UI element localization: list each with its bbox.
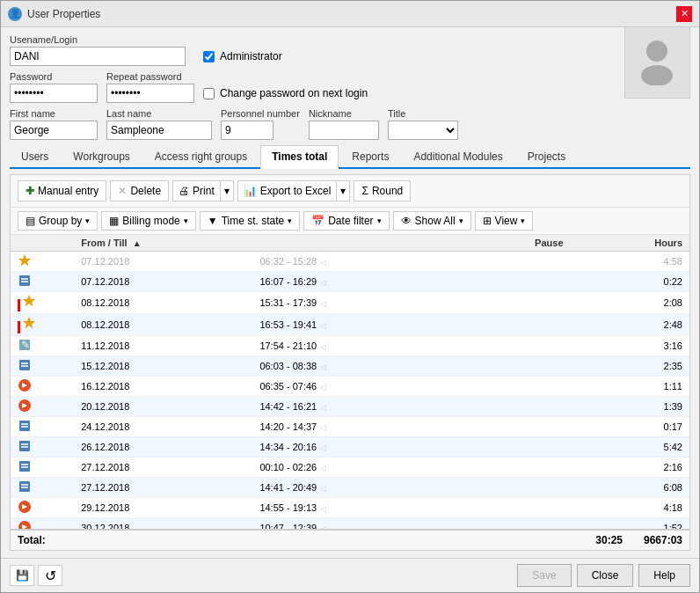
- row-hours: 0:22: [571, 272, 689, 292]
- tab-access[interactable]: Access right groups: [143, 145, 259, 167]
- table-row[interactable]: 20.12.201814:42 - 16:21◁1:39: [11, 397, 689, 417]
- table-row[interactable]: 27.12.201800:10 - 02:26◁2:16: [11, 458, 689, 478]
- row-pause: [471, 478, 571, 498]
- row-hours: 2:08: [571, 292, 689, 314]
- table-row[interactable]: 07.12.201806:32 - 15:28◁4:58: [11, 252, 689, 272]
- title-select[interactable]: [388, 121, 458, 140]
- row-icon-cell: [11, 292, 74, 314]
- nickname-label: Nickname: [309, 108, 379, 119]
- filter-bar: ▤ Group by ▾ ▦ Billing mode ▾ ▼ Time st.…: [11, 208, 689, 235]
- table-row[interactable]: 24.12.201814:20 - 14:37◁0:17: [11, 417, 689, 437]
- save-button[interactable]: Save: [517, 564, 571, 587]
- table-row[interactable]: 15.12.201806:03 - 08:38◁2:35: [11, 356, 689, 377]
- table-row[interactable]: 29.12.201814:55 - 19:13◁4:18: [11, 498, 689, 518]
- row-icon-cell: [11, 518, 74, 529]
- personnel-input[interactable]: [221, 121, 273, 140]
- row-pause: [471, 417, 571, 437]
- form-section: Usename/Login Administrator Password: [10, 34, 690, 140]
- row-time: 00:10 - 02:26◁: [252, 458, 470, 478]
- date-filter-arrow: ▾: [377, 216, 382, 225]
- table-row[interactable]: ✎11.12.201817:54 - 21:10◁3:16: [11, 336, 689, 356]
- close-button-bottom[interactable]: Close: [577, 564, 634, 587]
- group-by-button[interactable]: ▤ Group by ▾: [18, 211, 98, 231]
- group-by-label: Group by: [39, 215, 82, 227]
- total-pause: 30:25: [586, 534, 630, 546]
- tab-times-total[interactable]: Times total: [260, 145, 339, 169]
- row-date: 27.12.2018: [74, 458, 252, 478]
- row-time: 16:07 - 16:29◁: [252, 272, 470, 292]
- row-pause: [471, 458, 571, 478]
- change-password-label: Change password on next login: [220, 87, 368, 99]
- username-input[interactable]: [10, 47, 186, 66]
- tab-projects[interactable]: Projects: [516, 145, 577, 167]
- svg-rect-26: [19, 481, 30, 492]
- tab-modules[interactable]: Additional Modules: [402, 145, 514, 167]
- row-time: 10:47 - 12:39◁: [252, 518, 470, 529]
- times-table-container[interactable]: From / Till ▲ Pause Hours 07.12.201806:3…: [11, 235, 689, 529]
- sigma-icon: Σ: [361, 185, 368, 197]
- col-icon-header: [11, 235, 74, 252]
- user-properties-window: 👤 User Properties ✕ Usename/Login Admini…: [0, 0, 700, 593]
- table-row[interactable]: 30.12.201810:47 - 12:39◁1:52: [11, 518, 689, 529]
- print-label: Print: [193, 185, 215, 197]
- firstname-group: First name: [10, 108, 98, 140]
- table-row[interactable]: 16.12.201806:35 - 07:46◁1:11: [11, 377, 689, 397]
- export-arrow-button[interactable]: ▾: [336, 180, 350, 201]
- row-icon-cell: [11, 377, 74, 397]
- save-icon-button[interactable]: 💾: [10, 565, 34, 586]
- svg-rect-10: [19, 360, 30, 370]
- row-time: 14:42 - 16:21◁: [252, 397, 470, 417]
- time-state-label: Time st. state: [222, 215, 285, 227]
- table-row[interactable]: 27.12.201814:41 - 20:49◁6:08: [11, 478, 689, 498]
- table-row[interactable]: 26.12.201814:34 - 20:16◁5:42: [11, 437, 689, 458]
- firstname-input[interactable]: [10, 121, 98, 140]
- change-password-checkbox[interactable]: [203, 88, 215, 99]
- row-icon-cell: [11, 272, 74, 292]
- print-arrow-button[interactable]: ▾: [220, 180, 234, 201]
- tab-workgroups[interactable]: Workgroups: [62, 145, 141, 167]
- tab-bar: Users Workgroups Access right groups Tim…: [10, 145, 690, 169]
- billing-mode-button[interactable]: ▦ Billing mode ▾: [101, 211, 195, 231]
- table-row[interactable]: 08.12.201815:31 - 17:39◁2:08: [11, 292, 689, 314]
- password-input[interactable]: [10, 84, 98, 103]
- row-pause: [471, 377, 571, 397]
- row-pause: [471, 292, 571, 314]
- close-button[interactable]: ✕: [676, 6, 692, 22]
- table-row[interactable]: 08.12.201816:53 - 19:41◁2:48: [11, 314, 689, 336]
- export-main-button[interactable]: 📊 Export to Excel: [237, 180, 337, 201]
- row-icon-cell: [11, 478, 74, 498]
- nickname-input[interactable]: [309, 121, 379, 140]
- times-table: From / Till ▲ Pause Hours 07.12.201806:3…: [11, 235, 689, 529]
- password-label: Password: [10, 71, 98, 82]
- row-icon-cell: [11, 252, 74, 272]
- svg-text:✎: ✎: [21, 339, 30, 351]
- row-time: 06:32 - 15:28◁: [252, 252, 470, 272]
- repeat-password-group: Repeat password: [106, 71, 194, 103]
- tab-users[interactable]: Users: [10, 145, 60, 167]
- tab-content-times: ✚ Manual entry ✕ Delete 🖨 Print ▾ 📊: [10, 174, 690, 551]
- manual-entry-button[interactable]: ✚ Manual entry: [18, 180, 106, 201]
- row-hours: 1:52: [571, 518, 689, 529]
- row-icon-cell: [11, 314, 74, 336]
- table-row[interactable]: 07.12.201816:07 - 16:29◁0:22: [11, 272, 689, 292]
- time-state-button[interactable]: ▼ Time st. state ▾: [200, 211, 300, 231]
- tab-reports[interactable]: Reports: [340, 145, 400, 167]
- row-icon-cell: [11, 437, 74, 458]
- col-date-header: From / Till ▲: [74, 235, 252, 252]
- row-date: 07.12.2018: [74, 252, 252, 272]
- show-all-button[interactable]: 👁 Show All ▾: [393, 211, 471, 231]
- refresh-icon-button[interactable]: ↺: [38, 565, 62, 586]
- help-button[interactable]: Help: [638, 564, 690, 587]
- print-main-button[interactable]: 🖨 Print: [172, 180, 220, 201]
- administrator-checkbox[interactable]: [203, 51, 215, 62]
- delete-button[interactable]: ✕ Delete: [110, 180, 169, 201]
- view-arrow: ▾: [521, 216, 525, 225]
- view-button[interactable]: ⊞ View ▾: [475, 211, 534, 231]
- date-filter-button[interactable]: 📅 Date filter ▾: [303, 211, 389, 231]
- round-button[interactable]: Σ Round: [354, 180, 411, 201]
- lastname-input[interactable]: [106, 121, 212, 140]
- repeat-password-label: Repeat password: [106, 71, 194, 82]
- row-date: 11.12.2018: [74, 336, 252, 356]
- row-hours: 2:35: [571, 356, 689, 377]
- repeat-password-input[interactable]: [106, 84, 194, 103]
